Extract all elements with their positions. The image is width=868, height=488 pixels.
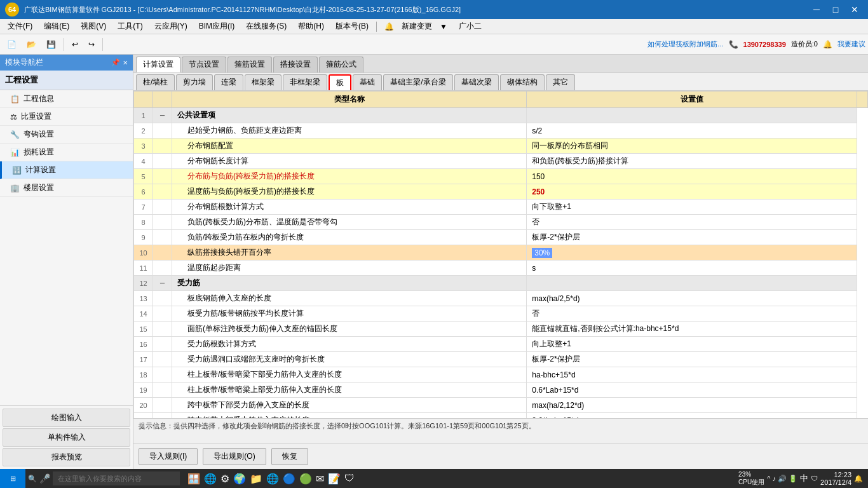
ie2-icon[interactable]: 🌍	[233, 473, 246, 485]
row-number: 12	[134, 276, 153, 291]
subtab-slab[interactable]: 板	[329, 74, 351, 90]
taskbar-search-input[interactable]	[53, 471, 180, 485]
sidebar-item-project-info[interactable]: 📋 工程信息	[0, 90, 133, 108]
menu-tools[interactable]: 工具(T)	[112, 20, 147, 33]
shield2-icon[interactable]: 🛡	[344, 473, 355, 484]
data-table[interactable]: 类型名称 设置值 1─公共设置项2起始受力钢筋、负筋距支座边距离s/23分布钢筋…	[133, 91, 868, 418]
sidebar-item-weight[interactable]: ⚖ 比重设置	[0, 108, 133, 126]
tab-stirrup-formula[interactable]: 箍筋公式	[319, 57, 363, 72]
taskview-icon[interactable]: 🪟	[187, 473, 200, 485]
row-value[interactable]: 能直锚就直锚,否则按公式计算:ha-bhc+15*d	[527, 322, 857, 337]
row-number: 2	[134, 123, 153, 139]
menu-file[interactable]: 文件(F)	[3, 20, 37, 33]
row-expand[interactable]: ─	[153, 108, 172, 123]
dropdown-icon: ▼	[440, 22, 447, 31]
sidebar: 模块导航栏 📌 × 工程设置 📋 工程信息 ⚖ 比重设置 🔧 弯钩设置	[0, 55, 133, 469]
row-value[interactable]: 150	[527, 169, 857, 184]
row-value[interactable]: 向下取整+1	[527, 200, 857, 215]
menu-help[interactable]: 帮助(H)	[293, 20, 329, 33]
row-expand	[153, 367, 172, 383]
menu-online[interactable]: 在线服务(S)	[241, 20, 292, 33]
tab-calc-settings[interactable]: 计算设置	[136, 57, 180, 72]
row-value[interactable]: 0.6*Lab+15*d	[527, 413, 857, 419]
table-row: 15面筋(单标注跨板受力筋)伸入支座的锚固长度能直锚就直锚,否则按公式计算:ha…	[134, 322, 868, 337]
hook-icon: 🔧	[10, 130, 20, 139]
menu-version[interactable]: 版本号(B)	[330, 20, 374, 33]
sidebar-pin-btn[interactable]: 📌	[111, 58, 120, 67]
subtab-frame-beam[interactable]: 框架梁	[245, 74, 281, 90]
row-expand[interactable]: ─	[153, 276, 172, 291]
new-btn[interactable]: 📄	[3, 38, 21, 51]
menu-cloud[interactable]: 云应用(Y)	[149, 20, 193, 33]
edge-icon[interactable]: 🌐	[266, 473, 279, 485]
sidebar-item-floor[interactable]: 🏢 楼层设置	[0, 179, 133, 197]
subtab-shearwall[interactable]: 剪力墙	[176, 74, 213, 90]
sidebar-item-hook[interactable]: 🔧 弯钩设置	[0, 126, 133, 144]
import-btn[interactable]: 导入规则(I)	[139, 448, 198, 465]
row-value[interactable]: s/2	[527, 123, 857, 139]
maximize-button[interactable]: □	[827, 3, 844, 16]
row-value[interactable]: 250	[527, 184, 857, 200]
build-btn[interactable]: 我要建议	[837, 39, 865, 49]
start-button[interactable]: ⊞	[0, 469, 25, 488]
minimize-button[interactable]: ─	[808, 3, 825, 16]
floor-icon: 🏢	[10, 184, 20, 193]
row-value[interactable]: 30%	[527, 245, 857, 261]
subtab-main-foundation-beam[interactable]: 基础主梁/承台梁	[383, 74, 452, 90]
settings2-icon[interactable]: ⚙	[220, 473, 229, 485]
row-value[interactable]: 0.6*Lab+15*d	[527, 383, 857, 398]
subtab-masonry[interactable]: 砌体结构	[500, 74, 545, 90]
subtab-foundation[interactable]: 基础	[353, 74, 382, 90]
row-value[interactable]: s	[527, 261, 857, 276]
table-row: 6温度筋与负筋(跨板受力筋)的搭接长度250	[134, 184, 868, 200]
menu-view[interactable]: 视图(V)	[76, 20, 111, 33]
folder-icon[interactable]: 📁	[250, 473, 262, 485]
redo-btn[interactable]: ↪	[84, 38, 99, 51]
export-btn[interactable]: 导出规则(O)	[203, 448, 266, 465]
row-value[interactable]: max(ha/2,12*d)	[527, 398, 857, 413]
restore-btn[interactable]: 恢复	[271, 448, 308, 465]
menu-bim[interactable]: BIM应用(I)	[194, 20, 240, 33]
note-icon[interactable]: 📝	[328, 473, 341, 485]
row-value[interactable]: 向上取整+1	[527, 337, 857, 352]
report-preview-btn[interactable]: 报表预览	[3, 448, 130, 466]
row-label: 公共设置项	[172, 108, 527, 123]
subtab-other[interactable]: 其它	[546, 74, 575, 90]
user-btn[interactable]: 广小二	[454, 20, 487, 33]
new-change-btn[interactable]: 新建变更	[397, 20, 437, 33]
notification-icon[interactable]: 🔔	[854, 475, 863, 483]
tab-lap-settings[interactable]: 搭接设置	[273, 57, 318, 72]
subtab-coupling[interactable]: 连梁	[214, 74, 243, 90]
subtab-non-frame-beam[interactable]: 非框架梁	[283, 74, 327, 90]
open-btn[interactable]: 📂	[22, 38, 41, 51]
subtab-column[interactable]: 柱/墙柱	[136, 74, 175, 90]
tab-node-settings[interactable]: 节点设置	[182, 57, 226, 72]
language-indicator: 中	[800, 473, 808, 484]
single-input-btn[interactable]: 单构件输入	[3, 428, 130, 447]
mail-icon[interactable]: ✉	[316, 473, 324, 485]
tab-stirrup-settings[interactable]: 箍筋设置	[227, 57, 272, 72]
menu-edit[interactable]: 编辑(E)	[39, 20, 74, 33]
sidebar-item-loss[interactable]: 📊 损耗设置	[0, 144, 133, 161]
row-value[interactable]: 板厚-2*保护层	[527, 230, 857, 245]
subtab-secondary-foundation-beam[interactable]: 基础次梁	[454, 74, 499, 90]
row-value[interactable]: max(ha/2,5*d)	[527, 291, 857, 306]
row-value[interactable]: 和负筋(跨板受力筋)搭接计算	[527, 154, 857, 169]
sidebar-item-calc[interactable]: 🔢 计算设置	[0, 161, 133, 179]
row-value[interactable]: ha-bhc+15*d	[527, 367, 857, 383]
row-label: 受力筋根数计算方式	[172, 337, 527, 352]
save-btn[interactable]: 💾	[42, 38, 60, 51]
row-value[interactable]: 否	[527, 215, 857, 230]
row-number: 7	[134, 200, 153, 215]
drawing-input-btn[interactable]: 绘图输入	[3, 409, 130, 427]
loss-icon: 📊	[10, 148, 20, 157]
sidebar-close-btn[interactable]: ×	[123, 58, 128, 67]
app-icon[interactable]: 🟢	[299, 473, 312, 485]
row-value[interactable]: 同一板厚的分布筋相同	[527, 139, 857, 154]
undo-btn[interactable]: ↩	[67, 38, 83, 51]
row-value[interactable]: 否	[527, 306, 857, 322]
ie-icon[interactable]: 🌐	[204, 473, 217, 485]
row-value[interactable]: 板厚-2*保护层	[527, 352, 857, 367]
close-button[interactable]: ✕	[846, 3, 863, 16]
browser2-icon[interactable]: 🔵	[283, 473, 295, 485]
